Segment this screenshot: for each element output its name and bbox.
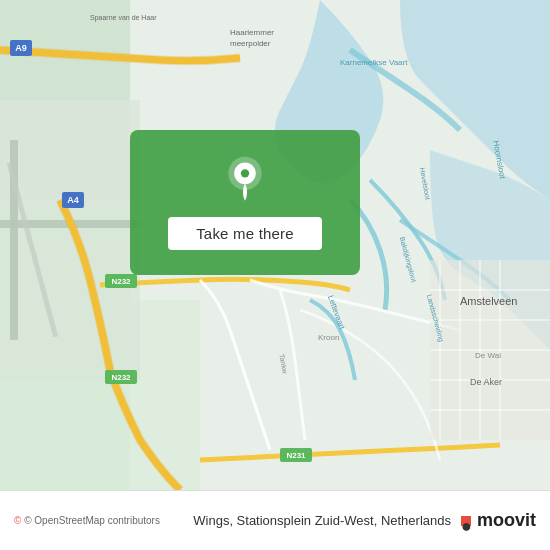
svg-text:A9: A9 [15,43,27,53]
copyright-label: © OpenStreetMap contributors [24,515,160,526]
svg-text:N232: N232 [111,373,131,382]
svg-text:Karnemelkse Vaart: Karnemelkse Vaart [340,58,408,67]
svg-rect-4 [0,100,140,380]
svg-text:De Wal: De Wal [475,351,501,360]
moovit-text: moovit [477,510,536,531]
svg-text:meerpolder: meerpolder [230,39,271,48]
location-pin-icon [220,155,270,205]
moovit-logo: ● moovit [461,510,536,531]
svg-text:Haarlemmer: Haarlemmer [230,28,274,37]
svg-text:Amstelveen: Amstelveen [460,295,517,307]
svg-text:De Aker: De Aker [470,377,502,387]
svg-text:A4: A4 [67,195,79,205]
moovit-dot: ● [461,516,471,526]
location-label: Wings, Stationsplein Zuid-West, Netherla… [193,513,451,528]
take-me-there-button[interactable]: Take me there [168,217,322,250]
location-card[interactable]: Take me there [130,130,360,275]
svg-text:N232: N232 [111,277,131,286]
copyright-icon: © [14,515,21,526]
svg-text:N231: N231 [286,451,306,460]
bottom-bar: © © OpenStreetMap contributors Wings, St… [0,490,550,550]
map-container: N232 N232 A9 A4 N231 Amstel [0,0,550,490]
svg-text:Kroon: Kroon [318,333,339,342]
svg-point-44 [241,169,249,177]
copyright-text: © © OpenStreetMap contributors [14,515,183,526]
svg-text:Spaarne van de Haar: Spaarne van de Haar [90,14,157,22]
